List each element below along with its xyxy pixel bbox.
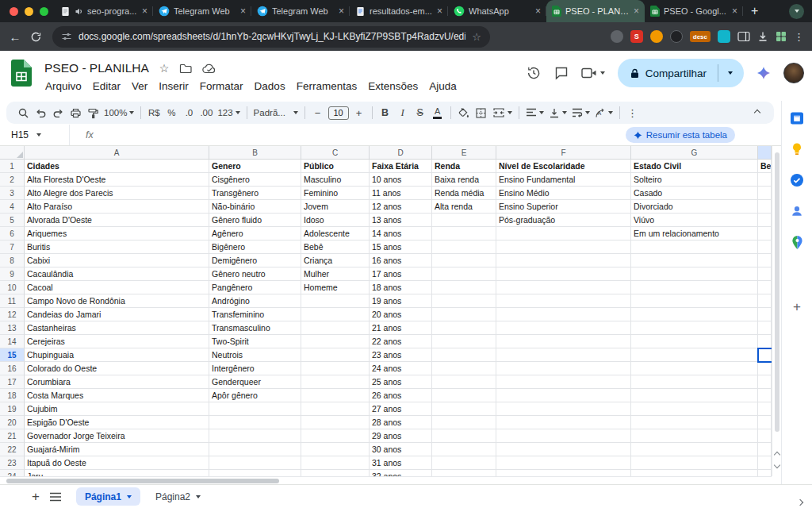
gemini-button[interactable] <box>756 66 771 80</box>
cell-H1[interactable]: Be <box>758 160 772 173</box>
cell-B15[interactable]: Neutrois <box>209 348 301 362</box>
cell-C9[interactable]: Mulher <box>301 267 370 281</box>
cell-A20[interactable]: Espigão D'Oeste <box>25 416 209 429</box>
cell-F23[interactable] <box>496 456 631 470</box>
cell-C23[interactable] <box>301 456 370 470</box>
cell-A8[interactable]: Cabixi <box>25 254 209 267</box>
browser-tab[interactable]: seo-progra...× <box>55 0 153 22</box>
cell-G2[interactable]: Solteiro <box>631 173 758 187</box>
cell-D1[interactable]: Faixa Etária <box>370 160 432 173</box>
bookmark-star-icon[interactable]: ☆ <box>472 31 481 43</box>
menu-ferramentas[interactable]: Ferramentas <box>291 78 363 94</box>
row-header-12[interactable]: 12 <box>0 308 25 321</box>
cell-F19[interactable] <box>496 402 631 416</box>
cell-B12[interactable]: Transfeminino <box>209 308 301 321</box>
cell-E1[interactable]: Renda <box>432 160 496 173</box>
cell-G16[interactable] <box>631 362 758 375</box>
cell-F15[interactable] <box>496 348 631 362</box>
address-bar[interactable]: docs.google.com/spreadsheets/d/1hnYb-2qc… <box>52 26 490 48</box>
cell-E2[interactable]: Baixa renda <box>432 173 496 187</box>
cell-C19[interactable] <box>301 402 370 416</box>
cell-F22[interactable] <box>496 443 631 456</box>
cell-D23[interactable]: 31 anos <box>370 456 432 470</box>
row-header-8[interactable]: 8 <box>0 254 25 267</box>
increase-decimal-button[interactable]: .00 <box>197 103 215 122</box>
extension-icon[interactable] <box>611 30 623 43</box>
sheets-logo-icon[interactable] <box>11 60 32 87</box>
cell-G7[interactable] <box>631 241 758 254</box>
cell-E17[interactable] <box>432 375 496 389</box>
column-header-D[interactable]: D <box>370 146 432 160</box>
cell-B8[interactable]: Demigênero <box>209 254 301 267</box>
name-box[interactable]: H15 <box>0 125 70 145</box>
merge-cells-button[interactable] <box>490 103 515 122</box>
extension-icon[interactable] <box>670 30 683 43</box>
contacts-button[interactable] <box>790 204 804 218</box>
row-header-7[interactable]: 7 <box>0 241 25 254</box>
cell-E11[interactable] <box>432 294 496 308</box>
cell-H11[interactable] <box>758 294 772 308</box>
cell-H8[interactable] <box>758 254 772 267</box>
move-folder-icon[interactable] <box>179 64 192 74</box>
close-icon[interactable]: × <box>732 6 737 16</box>
cell-C22[interactable] <box>301 443 370 456</box>
row-header-22[interactable]: 22 <box>0 443 25 456</box>
cell-H20[interactable] <box>758 416 772 429</box>
borders-button[interactable] <box>473 103 490 122</box>
horizontal-scrollbar-thumb[interactable] <box>6 479 279 483</box>
cell-B23[interactable] <box>209 456 301 470</box>
print-button[interactable] <box>67 103 84 122</box>
cell-B20[interactable] <box>209 416 301 429</box>
cell-A13[interactable]: Castanheiras <box>25 321 209 335</box>
cell-H12[interactable] <box>758 308 772 321</box>
font-select[interactable]: Padrã... <box>251 103 301 122</box>
row-header-21[interactable]: 21 <box>0 429 25 443</box>
row-header-23[interactable]: 23 <box>0 456 25 470</box>
strikethrough-button[interactable]: S <box>412 103 429 122</box>
menu-dados[interactable]: Dados <box>249 78 291 94</box>
cell-C1[interactable]: Público <box>301 160 370 173</box>
browser-tab[interactable]: Telegram Web× <box>153 0 251 22</box>
column-header-B[interactable]: B <box>209 146 301 160</box>
cell-A18[interactable]: Costa Marques <box>25 389 209 402</box>
cell-F17[interactable] <box>496 375 631 389</box>
zoom-select[interactable]: 100% <box>102 103 136 122</box>
cell-C18[interactable] <box>301 389 370 402</box>
cell-B2[interactable]: Cisgênero <box>209 173 301 187</box>
column-header-C[interactable]: C <box>301 146 370 160</box>
select-all-corner[interactable] <box>0 146 25 160</box>
cell-D8[interactable]: 16 anos <box>370 254 432 267</box>
cell-C7[interactable]: Bebê <box>301 241 370 254</box>
menu-editar[interactable]: Editar <box>87 78 126 94</box>
cell-A10[interactable]: Cacoal <box>25 281 209 294</box>
row-header-5[interactable]: 5 <box>0 214 25 227</box>
row-header-13[interactable]: 13 <box>0 321 25 335</box>
cell-F18[interactable] <box>496 389 631 402</box>
add-sheet-button[interactable]: + <box>32 490 40 503</box>
cell-E3[interactable]: Renda média <box>432 187 496 200</box>
all-sheets-button[interactable] <box>49 492 62 502</box>
cell-C2[interactable]: Masculino <box>301 173 370 187</box>
cell-B9[interactable]: Gênero neutro <box>209 267 301 281</box>
cell-B18[interactable]: Apôr gênero <box>209 389 301 402</box>
cell-E10[interactable] <box>432 281 496 294</box>
cell-H22[interactable] <box>758 443 772 456</box>
cell-B19[interactable] <box>209 402 301 416</box>
zoom-window-button[interactable] <box>40 7 48 16</box>
cell-A23[interactable]: Itapuã do Oeste <box>25 456 209 470</box>
extension-icon[interactable] <box>718 30 730 43</box>
cell-F3[interactable]: Ensino Médio <box>496 187 631 200</box>
cell-G4[interactable]: Divorciado <box>631 200 758 214</box>
spreadsheet-grid[interactable]: ABCDEFG 1CidadesGeneroPúblicoFaixa Etári… <box>0 146 772 476</box>
cell-H21[interactable] <box>758 429 772 443</box>
cell-G11[interactable] <box>631 294 758 308</box>
cell-A22[interactable]: Guajará-Mirim <box>25 443 209 456</box>
cell-F13[interactable] <box>496 321 631 335</box>
cell-H3[interactable] <box>758 187 772 200</box>
cell-F1[interactable]: Nível de Escolaridade <box>496 160 631 173</box>
cell-A15[interactable]: Chupinguaia <box>25 348 209 362</box>
cell-H13[interactable] <box>758 321 772 335</box>
cell-C5[interactable]: Idoso <box>301 214 370 227</box>
number-format-button[interactable]: 123 <box>215 103 242 122</box>
row-header-4[interactable]: 4 <box>0 200 25 214</box>
